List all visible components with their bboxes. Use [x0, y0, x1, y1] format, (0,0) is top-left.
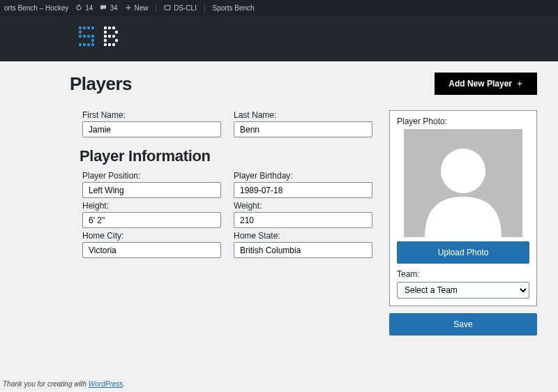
team-select[interactable]: Select a Team — [397, 282, 529, 299]
section-player-info: Player Information — [80, 147, 372, 165]
svg-point-3 — [87, 27, 90, 29]
footer-period: . — [123, 380, 125, 388]
svg-point-2 — [83, 27, 86, 29]
site-logo — [77, 24, 123, 52]
adminbar-updates-count: 14 — [85, 4, 93, 12]
svg-point-11 — [79, 43, 82, 46]
first-name-label: First Name: — [82, 110, 221, 120]
photo-label: Player Photo: — [397, 116, 529, 126]
first-name-input[interactable] — [82, 121, 221, 137]
add-new-player-label: Add New Player — [448, 79, 512, 89]
position-input[interactable] — [82, 182, 221, 198]
upload-photo-button[interactable]: Upload Photo — [397, 241, 529, 264]
home-state-input[interactable] — [234, 242, 372, 258]
svg-point-4 — [91, 27, 94, 29]
wp-admin-bar: orts Bench – Hockey 14 34 New | DS-CLI |… — [0, 0, 558, 15]
last-name-input[interactable] — [234, 121, 372, 137]
svg-point-9 — [91, 35, 94, 38]
adminbar-comments-count: 34 — [110, 4, 117, 12]
adminbar-site-name: orts Bench – Hockey — [4, 4, 68, 12]
logo-s-icon — [77, 24, 98, 52]
photo-card: Player Photo: Upload Photo Team: Select … — [389, 110, 537, 306]
position-label: Player Position: — [82, 171, 221, 181]
team-label: Team: — [397, 269, 529, 279]
plus-icon — [516, 80, 523, 87]
svg-point-25 — [104, 43, 107, 46]
comment-icon — [100, 4, 107, 11]
svg-point-19 — [115, 31, 118, 33]
plus-icon — [125, 4, 132, 11]
height-label: Height: — [82, 201, 221, 211]
svg-point-12 — [83, 43, 86, 46]
adminbar-new[interactable]: New — [125, 4, 149, 12]
adminbar-updates[interactable]: 14 — [75, 4, 93, 12]
last-name-label: Last Name: — [234, 110, 372, 120]
svg-point-7 — [83, 35, 86, 38]
svg-point-6 — [79, 35, 82, 38]
save-button[interactable]: Save — [389, 313, 537, 336]
adminbar-comments[interactable]: 34 — [100, 4, 117, 12]
svg-point-23 — [104, 39, 107, 42]
svg-point-5 — [79, 31, 82, 33]
footer-text: Thank you for creating with — [3, 380, 89, 388]
logo-b-icon — [102, 24, 123, 52]
weight-input[interactable] — [234, 212, 372, 228]
footer: Thank you for creating with WordPress. — [0, 376, 558, 392]
svg-point-26 — [108, 43, 111, 46]
adminbar-site[interactable]: orts Bench – Hockey — [4, 4, 68, 12]
svg-point-27 — [112, 43, 115, 46]
adminbar-sportsbench[interactable]: Sports Bench — [213, 4, 255, 12]
masthead — [0, 15, 558, 61]
svg-point-20 — [104, 35, 107, 38]
home-city-input[interactable] — [82, 242, 221, 258]
svg-point-24 — [115, 39, 118, 42]
add-new-player-button[interactable]: Add New Player — [435, 73, 537, 95]
svg-point-17 — [112, 27, 115, 29]
page-title: Players — [70, 73, 132, 95]
svg-point-15 — [104, 27, 107, 29]
svg-rect-0 — [165, 6, 170, 10]
adminbar-sportsbench-label: Sports Bench — [213, 4, 255, 12]
form-left: First Name: Last Name: Player Informatio… — [70, 110, 372, 261]
birthday-input[interactable] — [234, 182, 372, 198]
adminbar-new-label: New — [135, 4, 149, 12]
avatar-placeholder-icon — [411, 133, 515, 237]
footer-wordpress-link[interactable]: WordPress — [89, 380, 123, 388]
terminal-icon — [164, 4, 171, 11]
home-state-label: Home State: — [234, 231, 372, 241]
svg-point-8 — [87, 35, 90, 38]
svg-point-16 — [108, 27, 111, 29]
svg-point-1 — [79, 27, 82, 29]
photo-placeholder — [404, 129, 522, 237]
svg-point-18 — [104, 31, 107, 33]
svg-point-14 — [91, 43, 94, 46]
svg-point-28 — [441, 149, 485, 193]
adminbar-dscli-label: DS-CLI — [174, 4, 197, 12]
refresh-icon — [75, 4, 82, 11]
adminbar-dscli[interactable]: DS-CLI — [164, 4, 197, 12]
svg-point-22 — [112, 35, 115, 38]
weight-label: Weight: — [234, 201, 372, 211]
adminbar-sep2: | — [204, 4, 206, 12]
adminbar-sep: | — [156, 4, 158, 12]
svg-point-10 — [91, 39, 94, 42]
svg-point-13 — [87, 43, 90, 46]
height-input[interactable] — [82, 212, 221, 228]
birthday-label: Player Birthday: — [234, 171, 372, 181]
sidebar-right: Player Photo: Upload Photo Team: Select … — [389, 110, 537, 336]
svg-point-21 — [108, 35, 111, 38]
home-city-label: Home City: — [82, 231, 221, 241]
